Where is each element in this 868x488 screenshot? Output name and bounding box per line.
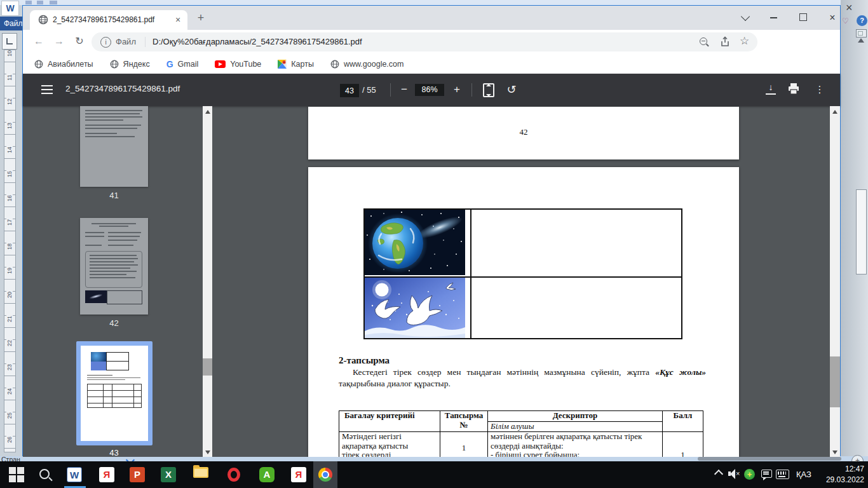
- taskbar-opera-button[interactable]: [226, 467, 241, 482]
- notifications-tray-button[interactable]: [761, 470, 772, 478]
- mute-x: ×: [736, 470, 740, 477]
- taskbar-chrome-button[interactable]: [318, 467, 333, 482]
- sidebar-scrollbar[interactable]: [203, 106, 212, 457]
- start-button[interactable]: [9, 467, 24, 482]
- header-descriptor-sub: Білім алушы: [488, 422, 663, 432]
- bookmark-aviabilety[interactable]: Авиабилеты: [34, 60, 93, 69]
- word-quickaccess-fragment: [25, 1, 32, 4]
- yandex-app-icon: Я: [99, 467, 114, 482]
- main-scrollbar-thumb[interactable]: [830, 356, 840, 407]
- word-scrollbar-thumb[interactable]: [856, 189, 867, 274]
- bookmark-label: Авиабилеты: [48, 60, 93, 69]
- word-scroll-up-arrow[interactable]: [858, 38, 864, 43]
- tray-expand-button[interactable]: [715, 469, 722, 477]
- folder-icon: [193, 467, 208, 478]
- reload-icon[interactable]: ↻: [72, 34, 86, 48]
- thumbnail-label-42: 42: [80, 318, 148, 328]
- taskbar-aimp-button[interactable]: A: [259, 467, 275, 482]
- zoom-page-icon[interactable]: [700, 37, 707, 45]
- yandex-app-icon: Я: [291, 467, 306, 482]
- word-help-button[interactable]: ?: [857, 15, 867, 26]
- cell-task-number: 1: [440, 432, 488, 458]
- thumbnail-page-42[interactable]: [80, 218, 148, 315]
- ruler-number: 26: [6, 433, 13, 446]
- scroll-up-icon[interactable]: [832, 110, 837, 114]
- page-number-input[interactable]: [340, 84, 359, 97]
- chevron-up-icon: [714, 470, 723, 478]
- taskbar-excel-button[interactable]: X: [161, 467, 176, 482]
- scroll-down-icon[interactable]: [832, 451, 837, 454]
- ruler-number: 17: [6, 216, 13, 229]
- pdf-viewer: 2_5427347896175429861.pdf / 55 − 86% + ↺…: [23, 74, 840, 457]
- scroll-up-icon[interactable]: [205, 110, 210, 114]
- taskbar-yandex-button[interactable]: Я: [99, 467, 114, 482]
- bookmark-youtube[interactable]: YouTube: [215, 60, 261, 69]
- language-indicator[interactable]: ҚАЗ: [796, 470, 811, 479]
- touch-keyboard-button[interactable]: [776, 470, 789, 479]
- ruler-number: 25: [6, 409, 13, 422]
- info-icon[interactable]: i: [100, 37, 111, 48]
- word-file-menu[interactable]: Файл: [0, 17, 22, 30]
- new-tab-button[interactable]: +: [194, 11, 207, 24]
- bookmark-label: www.google.com: [344, 60, 404, 69]
- word-tab-selector[interactable]: [2, 33, 17, 50]
- toolbar-divider: [471, 83, 472, 97]
- share-icon[interactable]: [719, 36, 731, 48]
- bookmark-yandex[interactable]: Яндекс: [110, 60, 150, 69]
- thumbnail-label-41: 41: [80, 191, 148, 200]
- pdf-menu-icon[interactable]: [41, 85, 53, 94]
- url-text[interactable]: D:/Оқу%20бағдарламасы/2_5427347896175429…: [153, 37, 362, 46]
- chrome-icon: [318, 468, 332, 482]
- taskbar-yandex2-button[interactable]: Я: [291, 467, 306, 482]
- download-icon[interactable]: ↓: [766, 82, 776, 95]
- bookmark-google[interactable]: www.google.com: [330, 60, 404, 69]
- word-status-bar: Стран +: [0, 456, 868, 461]
- globe-icon: [330, 60, 339, 69]
- thumbnail-page-41[interactable]: [80, 106, 148, 187]
- fit-page-icon[interactable]: [483, 83, 494, 97]
- antivirus-tray-button[interactable]: +: [744, 469, 755, 480]
- taskbar-explorer-button[interactable]: [193, 467, 208, 482]
- zoom-in-button[interactable]: +: [450, 83, 464, 97]
- rotate-icon[interactable]: ↺: [505, 83, 519, 97]
- browser-tab[interactable]: 2_5427347896175429861.pdf ×: [30, 10, 187, 30]
- tab-close-icon[interactable]: ×: [172, 14, 184, 25]
- header-task-line2: №: [459, 420, 468, 430]
- address-bar: ← → ↻ i Файл D:/Оқу%20бағдарламасы/2_542…: [23, 30, 840, 54]
- scroll-down-icon[interactable]: [205, 451, 210, 454]
- print-icon[interactable]: [787, 83, 800, 95]
- pdf-overflow-menu-icon[interactable]: ⋮: [813, 83, 827, 97]
- maximize-button[interactable]: [794, 12, 813, 24]
- bookmark-maps[interactable]: Карты: [278, 60, 314, 69]
- back-icon[interactable]: ←: [32, 34, 46, 48]
- bookmark-gmail[interactable]: G Gmail: [166, 59, 199, 69]
- minimize-button[interactable]: [764, 12, 783, 24]
- ruler-number: 21: [6, 313, 13, 325]
- sidebar-scrollbar-thumb[interactable]: [203, 358, 212, 376]
- zoom-out-button[interactable]: −: [397, 83, 411, 97]
- window-close-button[interactable]: ×: [823, 12, 842, 24]
- ruler-number: 22: [6, 337, 13, 349]
- word-close-icon[interactable]: ×: [846, 1, 853, 15]
- windows-logo-icon: [9, 467, 24, 482]
- taskbar-powerpoint-button[interactable]: P: [130, 467, 145, 482]
- zoom-level-value[interactable]: 86%: [415, 84, 444, 96]
- forward-icon[interactable]: →: [52, 34, 66, 48]
- tab-search-chevron-icon[interactable]: [736, 12, 755, 24]
- omnibox[interactable]: i Файл D:/Оқу%20бағдарламасы/2_542734789…: [92, 32, 757, 51]
- thumbnail-label-43: 43: [80, 448, 148, 457]
- word-horizontal-scrollbar[interactable]: [698, 457, 841, 461]
- thumbnail-page-43[interactable]: [81, 346, 148, 441]
- taskbar-search-button[interactable]: [37, 467, 53, 482]
- word-app-icon: W: [67, 467, 82, 482]
- word-titlebar: [0, 0, 868, 5]
- descriptor-line: мәтіннен берілген ақпаратқа қатысты тіре…: [491, 432, 660, 442]
- clock[interactable]: 12:47 29.03.2022: [815, 464, 864, 485]
- criteria-line: Мәтіндегі негізгі: [342, 432, 437, 442]
- bookmark-star-icon[interactable]: ☆: [740, 34, 749, 48]
- word-split-view-icon[interactable]: [856, 29, 867, 37]
- task-text-post: тақырыбына диалог құрастыр.: [339, 379, 451, 388]
- main-scrollbar[interactable]: [830, 106, 840, 457]
- volume-muted-button[interactable]: ×: [728, 469, 741, 479]
- taskbar-word-button[interactable]: W: [67, 467, 82, 482]
